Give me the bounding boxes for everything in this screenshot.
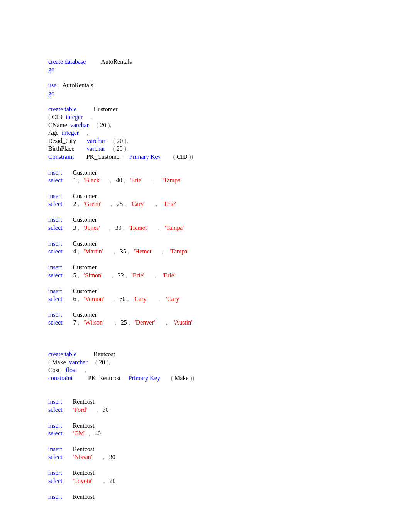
code-token: ,: [152, 248, 169, 255]
code-token: go: [48, 66, 54, 73]
code-line: select 7 , 'Wilson' , 25 , 'Denver' , 'A…: [48, 319, 410, 326]
code-line: insert Customer: [48, 311, 410, 319]
code-token: 'Simon': [84, 272, 102, 279]
code-token: ,: [125, 296, 133, 302]
code-token: ,: [100, 224, 115, 231]
code-token: ,: [104, 319, 121, 326]
code-token: insert: [48, 398, 62, 405]
code-token: Cost: [48, 367, 66, 373]
code-token: 20: [117, 145, 123, 152]
code-line: create database AutoRentals: [48, 58, 410, 66]
code-token: (: [105, 145, 117, 152]
code-token: [62, 319, 73, 326]
code-token: select: [48, 248, 62, 255]
code-token: varchar: [69, 359, 88, 365]
code-line: use AutoRentals: [48, 82, 410, 89]
code-line: go: [48, 90, 410, 97]
code-token: ,: [76, 272, 84, 279]
code-token: ,: [123, 201, 130, 207]
code-token: varchar: [87, 138, 105, 144]
code-token: 20: [117, 138, 123, 144]
code-token: (: [89, 122, 100, 128]
code-line: insert Customer: [48, 169, 410, 177]
code-line: select 1 , 'Black' , 40 , 'Erie' , 'Tamp…: [48, 177, 410, 184]
code-token: ,: [126, 248, 134, 255]
code-token: 25: [121, 319, 127, 326]
code-token: Resid_City: [48, 138, 87, 144]
code-token: select: [48, 319, 62, 326]
code-line: [48, 438, 410, 445]
code-line: [48, 461, 410, 469]
code-token: 30: [109, 454, 115, 460]
code-line: select 3 , 'Jones' , 30 , 'Hemet' , 'Tam…: [48, 224, 410, 232]
code-token: use: [48, 82, 56, 88]
code-token: Rentcost: [62, 422, 95, 429]
code-token: insert: [48, 169, 62, 176]
code-token: 'Erie': [130, 177, 142, 184]
code-token: ,: [101, 177, 116, 184]
code-token: create table: [48, 106, 76, 112]
code-line: insert Rentcost: [48, 422, 410, 430]
code-token: create database: [48, 58, 86, 65]
code-line: select 2 , 'Green' , 25 , 'Cary' , 'Erie…: [48, 200, 410, 208]
code-token: ),: [123, 145, 128, 152]
code-line: BirthPlace varchar ( 20 ),: [48, 145, 410, 153]
code-token: 20: [109, 478, 115, 484]
code-token: 'Black': [84, 177, 100, 184]
code-token: 'Green': [84, 201, 101, 207]
code-line: insert Rentcost: [48, 398, 410, 406]
code-token: 'Hemet': [129, 224, 148, 231]
code-line: [48, 97, 410, 105]
code-token: float: [66, 367, 77, 373]
code-token: 25: [117, 201, 123, 207]
code-token: 'Tampa': [169, 248, 188, 255]
code-token: ,: [122, 177, 130, 184]
code-line: select 'GM' , 40: [48, 430, 410, 437]
code-line: insert Customer: [48, 287, 410, 295]
code-line: [48, 327, 410, 335]
code-line: insert Customer: [48, 240, 410, 248]
code-line: [48, 485, 410, 493]
code-line: select 'Ford' , 30: [48, 406, 410, 414]
code-token: insert: [48, 493, 62, 500]
code-token: varchar: [87, 145, 105, 152]
code-line: insert Rentcost: [48, 493, 410, 501]
code-line: insert Rentcost: [48, 445, 410, 453]
code-token: [62, 406, 73, 413]
code-token: 'Nissan': [73, 454, 92, 460]
code-token: 'Wilson': [84, 319, 103, 326]
code-token: ,: [122, 224, 129, 231]
code-token: 'Ford': [73, 406, 87, 413]
code-token: (: [48, 359, 52, 365]
code-token: ),: [105, 359, 110, 365]
code-token: 60: [119, 296, 125, 302]
code-token: select: [48, 430, 62, 437]
code-token: 20: [99, 359, 105, 365]
code-token: [62, 296, 73, 302]
code-token: Make: [52, 359, 69, 365]
code-token: ,: [142, 177, 163, 184]
code-token: [62, 478, 73, 484]
code-token: Customer: [62, 169, 97, 176]
code-token: select: [48, 272, 62, 279]
code-line: insert Customer: [48, 263, 410, 271]
code-line: constraint PK_Rentcost Primary Key ( Mak…: [48, 374, 410, 382]
code-token: 'Erie': [163, 201, 176, 207]
code-token: [62, 454, 73, 460]
code-token: 'Cary': [166, 296, 180, 302]
code-line: Resid_City varchar ( 20 ),: [48, 137, 410, 145]
code-token: ,: [155, 319, 174, 326]
code-line: [48, 279, 410, 287]
code-token: ),: [106, 122, 111, 128]
code-token: select: [48, 478, 62, 484]
code-line: [48, 390, 410, 398]
code-token: [62, 248, 73, 255]
code-token: Rentcost: [76, 351, 115, 357]
code-token: ,: [92, 478, 109, 484]
code-token: ,: [124, 272, 132, 279]
code-token: ,: [76, 224, 84, 231]
code-line: [48, 232, 410, 240]
code-token: 'Tampa': [165, 224, 184, 231]
code-token: ,: [76, 201, 84, 207]
code-token: PK_Customer: [74, 153, 129, 160]
